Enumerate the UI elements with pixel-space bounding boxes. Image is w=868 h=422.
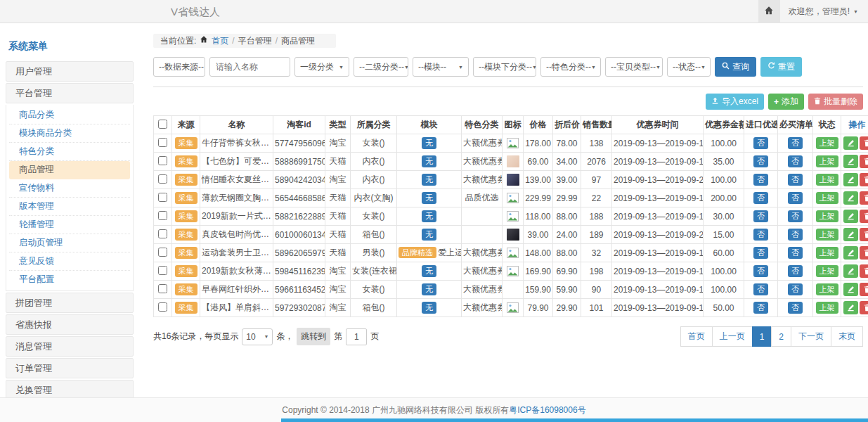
- sidebar-item-exchange-management[interactable]: 兑换管理: [6, 380, 134, 397]
- sidebar-item-order-management[interactable]: 订单管理: [6, 358, 134, 378]
- must-buy-badge[interactable]: 否: [788, 174, 803, 185]
- breadcrumb-home-link[interactable]: 首页: [212, 34, 228, 48]
- must-buy-badge[interactable]: 否: [788, 247, 803, 258]
- delete-button[interactable]: [860, 210, 868, 223]
- sidebar-item-carousel-management[interactable]: 轮播管理: [9, 216, 130, 234]
- imported-badge[interactable]: 否: [753, 247, 768, 258]
- sidebar-item-version-management[interactable]: 版本管理: [9, 198, 130, 216]
- filter-first-category-select[interactable]: 一级分类▼: [294, 57, 349, 77]
- edit-button[interactable]: [843, 155, 858, 168]
- status-badge[interactable]: 上架: [816, 155, 838, 167]
- edit-button[interactable]: [843, 228, 858, 241]
- user-menu[interactable]: 欢迎您，管理员! ▼: [780, 6, 868, 18]
- name-search-input[interactable]: [209, 57, 290, 77]
- must-buy-badge[interactable]: 否: [788, 137, 803, 148]
- must-buy-badge[interactable]: 否: [788, 155, 803, 167]
- must-buy-badge[interactable]: 否: [788, 283, 803, 295]
- sidebar-item-goods-category[interactable]: 商品分类: [9, 106, 130, 124]
- delete-button[interactable]: [860, 283, 868, 296]
- row-checkbox[interactable]: [158, 302, 167, 312]
- imported-badge[interactable]: 否: [753, 192, 768, 203]
- sidebar-item-splash-management[interactable]: 启动页管理: [9, 234, 130, 252]
- edit-button[interactable]: [843, 246, 858, 260]
- sidebar-item-saving-express[interactable]: 省惠快报: [6, 314, 134, 335]
- filter-module-sub-select[interactable]: --模块下分类--▼: [473, 57, 536, 77]
- row-checkbox[interactable]: [158, 248, 167, 257]
- per-page-select[interactable]: 10 ▼: [242, 328, 273, 345]
- must-buy-badge[interactable]: 否: [788, 229, 803, 240]
- status-badge[interactable]: 上架: [816, 229, 838, 240]
- add-button[interactable]: + 添加: [768, 94, 804, 110]
- jump-button[interactable]: 跳转到: [297, 328, 330, 345]
- delete-button[interactable]: [860, 191, 868, 205]
- sidebar-item-feedback[interactable]: 意见反馈: [9, 252, 130, 271]
- must-buy-badge[interactable]: 否: [788, 210, 803, 222]
- imported-badge[interactable]: 否: [753, 210, 768, 222]
- pager-page-1[interactable]: 1: [752, 326, 772, 347]
- status-badge[interactable]: 上架: [816, 265, 838, 276]
- filter-item-type-select[interactable]: --宝贝类型--▼: [605, 57, 663, 77]
- edit-button[interactable]: [843, 173, 858, 186]
- row-checkbox[interactable]: [158, 229, 167, 238]
- imported-badge[interactable]: 否: [753, 174, 768, 185]
- status-badge[interactable]: 上架: [816, 192, 838, 203]
- row-checkbox[interactable]: [158, 193, 167, 202]
- status-badge[interactable]: 上架: [816, 174, 838, 185]
- reset-button[interactable]: 重置: [760, 57, 802, 77]
- status-badge[interactable]: 上架: [816, 137, 838, 148]
- delete-button[interactable]: [860, 246, 868, 260]
- import-excel-button[interactable]: 导入excel: [706, 94, 764, 110]
- sidebar-item-platform-config[interactable]: 平台配置: [9, 271, 130, 289]
- delete-button[interactable]: [860, 136, 868, 150]
- pager-last[interactable]: 末页: [831, 326, 863, 347]
- pager-first[interactable]: 首页: [680, 326, 713, 347]
- sidebar-item-promo-materials[interactable]: 宣传物料: [9, 179, 130, 198]
- imported-badge[interactable]: 否: [753, 302, 768, 313]
- imported-badge[interactable]: 否: [753, 155, 768, 167]
- pager-next[interactable]: 下一页: [791, 326, 831, 347]
- delete-button[interactable]: [860, 301, 868, 314]
- bulk-delete-button[interactable]: 批量删除: [808, 94, 863, 110]
- edit-button[interactable]: [843, 210, 858, 223]
- sidebar-item-platform-management[interactable]: 平台管理: [6, 83, 134, 103]
- edit-button[interactable]: [843, 283, 858, 296]
- sidebar-item-message-management[interactable]: 消息管理: [6, 336, 134, 357]
- status-badge[interactable]: 上架: [816, 302, 838, 313]
- sidebar-item-groupbuy-management[interactable]: 拼团管理: [6, 293, 134, 313]
- filter-module-select[interactable]: --模块--▼: [413, 57, 469, 77]
- pager-prev[interactable]: 上一页: [712, 326, 753, 347]
- must-buy-badge[interactable]: 否: [788, 265, 803, 276]
- pager-page-2[interactable]: 2: [771, 326, 791, 347]
- row-checkbox[interactable]: [158, 284, 167, 293]
- icp-link[interactable]: 粤ICP备16098006号: [509, 404, 585, 416]
- edit-button[interactable]: [843, 136, 858, 150]
- delete-button[interactable]: [860, 264, 868, 278]
- filter-feature-category-select[interactable]: --特色分类--▼: [540, 57, 601, 77]
- row-checkbox[interactable]: [158, 266, 167, 275]
- filter-second-category-select[interactable]: --二级分类--▼: [354, 57, 408, 77]
- edit-button[interactable]: [843, 301, 858, 314]
- delete-button[interactable]: [860, 173, 868, 186]
- sidebar-item-feature-category[interactable]: 特色分类: [9, 143, 130, 161]
- row-checkbox[interactable]: [158, 138, 167, 147]
- sidebar-item-user-management[interactable]: 用户管理: [6, 61, 134, 82]
- delete-button[interactable]: [860, 228, 868, 241]
- status-badge[interactable]: 上架: [816, 283, 838, 295]
- must-buy-badge[interactable]: 否: [788, 302, 803, 313]
- imported-badge[interactable]: 否: [753, 137, 768, 148]
- delete-button[interactable]: [860, 155, 868, 168]
- filter-status-select[interactable]: --状态--▼: [667, 57, 711, 77]
- must-buy-badge[interactable]: 否: [788, 192, 803, 203]
- query-button[interactable]: 查询: [715, 57, 756, 77]
- row-checkbox[interactable]: [158, 174, 167, 184]
- edit-button[interactable]: [843, 264, 858, 278]
- edit-button[interactable]: [843, 191, 858, 205]
- sidebar-item-goods-management[interactable]: 商品管理: [9, 161, 130, 179]
- imported-badge[interactable]: 否: [753, 265, 768, 276]
- row-checkbox[interactable]: [158, 156, 167, 165]
- row-checkbox[interactable]: [158, 211, 167, 220]
- page-number-input[interactable]: [346, 328, 367, 345]
- imported-badge[interactable]: 否: [753, 229, 768, 240]
- sidebar-item-module-goods-category[interactable]: 模块商品分类: [9, 124, 130, 143]
- select-all-checkbox[interactable]: [158, 120, 167, 129]
